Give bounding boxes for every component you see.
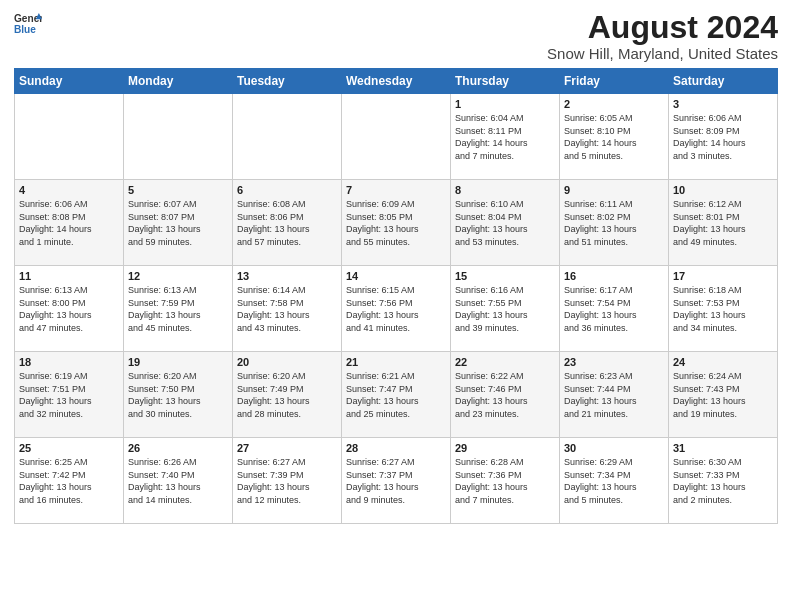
day-number: 28 bbox=[346, 442, 446, 454]
logo: General Blue bbox=[14, 10, 42, 38]
day-number: 22 bbox=[455, 356, 555, 368]
title-area: August 2024 Snow Hill, Maryland, United … bbox=[547, 10, 778, 62]
day-info: Sunrise: 6:20 AM Sunset: 7:50 PM Dayligh… bbox=[128, 370, 228, 420]
calendar-cell: 5Sunrise: 6:07 AM Sunset: 8:07 PM Daylig… bbox=[124, 180, 233, 266]
calendar-cell: 26Sunrise: 6:26 AM Sunset: 7:40 PM Dayli… bbox=[124, 438, 233, 524]
day-info: Sunrise: 6:22 AM Sunset: 7:46 PM Dayligh… bbox=[455, 370, 555, 420]
calendar-cell: 29Sunrise: 6:28 AM Sunset: 7:36 PM Dayli… bbox=[451, 438, 560, 524]
header: General Blue August 2024 Snow Hill, Mary… bbox=[14, 10, 778, 62]
col-tuesday: Tuesday bbox=[233, 69, 342, 94]
calendar-cell: 24Sunrise: 6:24 AM Sunset: 7:43 PM Dayli… bbox=[669, 352, 778, 438]
day-info: Sunrise: 6:23 AM Sunset: 7:44 PM Dayligh… bbox=[564, 370, 664, 420]
logo-icon: General Blue bbox=[14, 10, 42, 38]
day-info: Sunrise: 6:28 AM Sunset: 7:36 PM Dayligh… bbox=[455, 456, 555, 506]
calendar-cell: 21Sunrise: 6:21 AM Sunset: 7:47 PM Dayli… bbox=[342, 352, 451, 438]
day-number: 4 bbox=[19, 184, 119, 196]
day-info: Sunrise: 6:19 AM Sunset: 7:51 PM Dayligh… bbox=[19, 370, 119, 420]
day-number: 16 bbox=[564, 270, 664, 282]
calendar-cell: 1Sunrise: 6:04 AM Sunset: 8:11 PM Daylig… bbox=[451, 94, 560, 180]
day-info: Sunrise: 6:18 AM Sunset: 7:53 PM Dayligh… bbox=[673, 284, 773, 334]
calendar-cell bbox=[233, 94, 342, 180]
day-info: Sunrise: 6:16 AM Sunset: 7:55 PM Dayligh… bbox=[455, 284, 555, 334]
col-saturday: Saturday bbox=[669, 69, 778, 94]
day-number: 1 bbox=[455, 98, 555, 110]
week-row-5: 25Sunrise: 6:25 AM Sunset: 7:42 PM Dayli… bbox=[15, 438, 778, 524]
calendar-table: Sunday Monday Tuesday Wednesday Thursday… bbox=[14, 68, 778, 524]
week-row-3: 11Sunrise: 6:13 AM Sunset: 8:00 PM Dayli… bbox=[15, 266, 778, 352]
day-number: 19 bbox=[128, 356, 228, 368]
day-info: Sunrise: 6:06 AM Sunset: 8:08 PM Dayligh… bbox=[19, 198, 119, 248]
day-info: Sunrise: 6:26 AM Sunset: 7:40 PM Dayligh… bbox=[128, 456, 228, 506]
col-wednesday: Wednesday bbox=[342, 69, 451, 94]
calendar-cell: 7Sunrise: 6:09 AM Sunset: 8:05 PM Daylig… bbox=[342, 180, 451, 266]
main-title: August 2024 bbox=[547, 10, 778, 45]
day-number: 9 bbox=[564, 184, 664, 196]
calendar-cell: 6Sunrise: 6:08 AM Sunset: 8:06 PM Daylig… bbox=[233, 180, 342, 266]
calendar-cell: 25Sunrise: 6:25 AM Sunset: 7:42 PM Dayli… bbox=[15, 438, 124, 524]
day-info: Sunrise: 6:11 AM Sunset: 8:02 PM Dayligh… bbox=[564, 198, 664, 248]
day-number: 13 bbox=[237, 270, 337, 282]
col-monday: Monday bbox=[124, 69, 233, 94]
calendar-cell: 16Sunrise: 6:17 AM Sunset: 7:54 PM Dayli… bbox=[560, 266, 669, 352]
calendar-cell: 3Sunrise: 6:06 AM Sunset: 8:09 PM Daylig… bbox=[669, 94, 778, 180]
col-sunday: Sunday bbox=[15, 69, 124, 94]
day-number: 20 bbox=[237, 356, 337, 368]
header-row: Sunday Monday Tuesday Wednesday Thursday… bbox=[15, 69, 778, 94]
calendar-cell: 9Sunrise: 6:11 AM Sunset: 8:02 PM Daylig… bbox=[560, 180, 669, 266]
svg-text:Blue: Blue bbox=[14, 24, 36, 35]
day-number: 3 bbox=[673, 98, 773, 110]
day-info: Sunrise: 6:13 AM Sunset: 7:59 PM Dayligh… bbox=[128, 284, 228, 334]
calendar-cell: 23Sunrise: 6:23 AM Sunset: 7:44 PM Dayli… bbox=[560, 352, 669, 438]
day-number: 24 bbox=[673, 356, 773, 368]
calendar-cell bbox=[124, 94, 233, 180]
day-info: Sunrise: 6:20 AM Sunset: 7:49 PM Dayligh… bbox=[237, 370, 337, 420]
day-info: Sunrise: 6:04 AM Sunset: 8:11 PM Dayligh… bbox=[455, 112, 555, 162]
day-info: Sunrise: 6:07 AM Sunset: 8:07 PM Dayligh… bbox=[128, 198, 228, 248]
calendar-cell bbox=[342, 94, 451, 180]
day-info: Sunrise: 6:27 AM Sunset: 7:39 PM Dayligh… bbox=[237, 456, 337, 506]
day-number: 29 bbox=[455, 442, 555, 454]
day-info: Sunrise: 6:14 AM Sunset: 7:58 PM Dayligh… bbox=[237, 284, 337, 334]
calendar-cell: 30Sunrise: 6:29 AM Sunset: 7:34 PM Dayli… bbox=[560, 438, 669, 524]
col-thursday: Thursday bbox=[451, 69, 560, 94]
day-number: 14 bbox=[346, 270, 446, 282]
calendar-cell bbox=[15, 94, 124, 180]
calendar-cell: 20Sunrise: 6:20 AM Sunset: 7:49 PM Dayli… bbox=[233, 352, 342, 438]
week-row-2: 4Sunrise: 6:06 AM Sunset: 8:08 PM Daylig… bbox=[15, 180, 778, 266]
day-number: 6 bbox=[237, 184, 337, 196]
day-info: Sunrise: 6:10 AM Sunset: 8:04 PM Dayligh… bbox=[455, 198, 555, 248]
calendar-cell: 2Sunrise: 6:05 AM Sunset: 8:10 PM Daylig… bbox=[560, 94, 669, 180]
calendar-cell: 18Sunrise: 6:19 AM Sunset: 7:51 PM Dayli… bbox=[15, 352, 124, 438]
calendar-cell: 28Sunrise: 6:27 AM Sunset: 7:37 PM Dayli… bbox=[342, 438, 451, 524]
day-number: 2 bbox=[564, 98, 664, 110]
day-number: 31 bbox=[673, 442, 773, 454]
subtitle: Snow Hill, Maryland, United States bbox=[547, 45, 778, 62]
page: General Blue August 2024 Snow Hill, Mary… bbox=[0, 0, 792, 612]
calendar-cell: 10Sunrise: 6:12 AM Sunset: 8:01 PM Dayli… bbox=[669, 180, 778, 266]
day-number: 5 bbox=[128, 184, 228, 196]
day-info: Sunrise: 6:27 AM Sunset: 7:37 PM Dayligh… bbox=[346, 456, 446, 506]
day-info: Sunrise: 6:06 AM Sunset: 8:09 PM Dayligh… bbox=[673, 112, 773, 162]
calendar-cell: 12Sunrise: 6:13 AM Sunset: 7:59 PM Dayli… bbox=[124, 266, 233, 352]
day-number: 21 bbox=[346, 356, 446, 368]
day-number: 30 bbox=[564, 442, 664, 454]
week-row-4: 18Sunrise: 6:19 AM Sunset: 7:51 PM Dayli… bbox=[15, 352, 778, 438]
day-number: 27 bbox=[237, 442, 337, 454]
calendar-cell: 14Sunrise: 6:15 AM Sunset: 7:56 PM Dayli… bbox=[342, 266, 451, 352]
day-info: Sunrise: 6:21 AM Sunset: 7:47 PM Dayligh… bbox=[346, 370, 446, 420]
day-info: Sunrise: 6:12 AM Sunset: 8:01 PM Dayligh… bbox=[673, 198, 773, 248]
day-info: Sunrise: 6:24 AM Sunset: 7:43 PM Dayligh… bbox=[673, 370, 773, 420]
day-number: 26 bbox=[128, 442, 228, 454]
calendar-cell: 8Sunrise: 6:10 AM Sunset: 8:04 PM Daylig… bbox=[451, 180, 560, 266]
day-info: Sunrise: 6:17 AM Sunset: 7:54 PM Dayligh… bbox=[564, 284, 664, 334]
day-number: 7 bbox=[346, 184, 446, 196]
day-number: 11 bbox=[19, 270, 119, 282]
calendar-cell: 19Sunrise: 6:20 AM Sunset: 7:50 PM Dayli… bbox=[124, 352, 233, 438]
week-row-1: 1Sunrise: 6:04 AM Sunset: 8:11 PM Daylig… bbox=[15, 94, 778, 180]
calendar-cell: 13Sunrise: 6:14 AM Sunset: 7:58 PM Dayli… bbox=[233, 266, 342, 352]
day-info: Sunrise: 6:09 AM Sunset: 8:05 PM Dayligh… bbox=[346, 198, 446, 248]
calendar-cell: 15Sunrise: 6:16 AM Sunset: 7:55 PM Dayli… bbox=[451, 266, 560, 352]
col-friday: Friday bbox=[560, 69, 669, 94]
day-number: 8 bbox=[455, 184, 555, 196]
day-number: 23 bbox=[564, 356, 664, 368]
